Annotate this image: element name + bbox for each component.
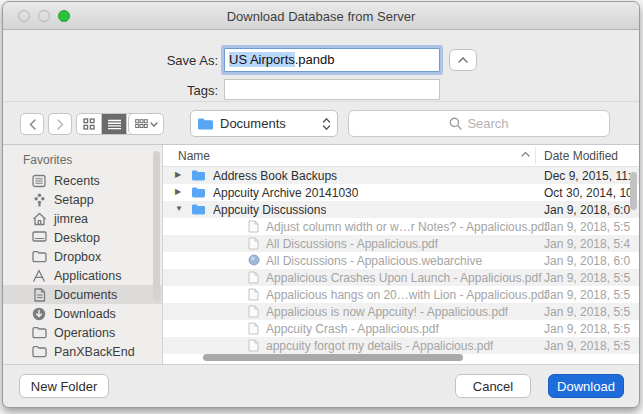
file-date-modified: Jan 9, 2018, 5:4 [544, 237, 636, 251]
sidebar-item-downloads[interactable]: Downloads [3, 304, 162, 323]
file-row[interactable]: appcuity forgot my details - Appalicious… [163, 337, 639, 354]
sidebar-item-documents[interactable]: Documents [3, 285, 162, 304]
group-options-button[interactable] [128, 113, 164, 135]
toolbar-separator [3, 101, 639, 102]
column-divider[interactable] [535, 147, 536, 164]
chevron-down-icon [150, 122, 158, 127]
sidebar-item-recents[interactable]: Recents [3, 171, 162, 190]
file-name: Appcuity Crash - Appalicious.pdf [266, 322, 439, 336]
filename-selected-text: US Airports [229, 52, 295, 67]
file-row[interactable]: Appalicious is now Appcuity! - Appalicio… [163, 303, 639, 320]
sidebar-item-applications[interactable]: Applications [3, 266, 162, 285]
documents-icon [31, 287, 47, 303]
file-row[interactable]: All Discussions - Appalicious.webarchive… [163, 252, 639, 269]
horizontal-scrollbar[interactable] [203, 354, 463, 361]
pdf-icon [248, 288, 262, 302]
cancel-button[interactable]: Cancel [455, 374, 531, 398]
file-name: All Discussions - Appalicious.webarchive [266, 254, 482, 268]
window-title: Download Database from Server [3, 9, 639, 24]
sidebar-item-dropbox[interactable]: Dropbox [3, 247, 162, 266]
folder-blue-icon [191, 169, 205, 183]
favorites-sidebar: Favorites RecentsSetappjimreaDesktopDrop… [3, 145, 163, 364]
file-name: Address Book Backups [213, 169, 337, 183]
search-placeholder: Search [467, 116, 508, 131]
folder-icon [31, 325, 47, 341]
downloads-icon [31, 306, 47, 322]
file-date-modified: Jan 9, 2018, 5:5 [544, 220, 636, 234]
sidebar-item-desktop[interactable]: Desktop [3, 228, 162, 247]
file-date-modified: Jan 9, 2018, 5:5 [544, 271, 636, 285]
sidebar-item-label: Applications [54, 269, 121, 283]
home-icon [31, 211, 47, 227]
desktop-icon [31, 230, 47, 246]
folder-icon [31, 249, 47, 265]
file-date-modified: Jan 9, 2018, 5:5 [544, 305, 636, 319]
location-popup[interactable]: Documents [190, 110, 338, 137]
download-button[interactable]: Download [548, 374, 624, 398]
pdf-icon [248, 339, 262, 353]
recents-icon [31, 173, 47, 189]
disclosure-collapsed-icon[interactable]: ▶ [175, 170, 181, 179]
pdf-icon [248, 271, 262, 285]
sidebar-item-jimrea[interactable]: jimrea [3, 209, 162, 228]
webarchive-icon [248, 254, 262, 268]
disclosure-collapsed-icon[interactable]: ▶ [175, 187, 181, 196]
tags-label: Tags: [118, 83, 218, 98]
file-name: Appalicious hangs on 20…with Lion - Appa… [266, 288, 548, 302]
file-row[interactable]: Appalicious Crashes Upon Launch - Appali… [163, 269, 639, 286]
disclosure-expanded-icon[interactable]: ▼ [175, 204, 183, 213]
chevron-right-icon [57, 119, 64, 130]
expand-dialog-button[interactable] [449, 49, 477, 71]
file-name: Appcuity Archive 20141030 [213, 186, 358, 200]
file-row[interactable]: Appcuity Crash - Appalicious.pdfJan 9, 2… [163, 320, 639, 337]
title-bar: Download Database from Server [3, 2, 639, 30]
vertical-scrollbar[interactable] [630, 172, 637, 210]
search-input[interactable]: Search [348, 110, 610, 137]
file-name: All Discussions - Appalicious.pdf [266, 237, 438, 251]
file-date-modified: Jan 9, 2018, 5:5 [544, 322, 636, 336]
file-row[interactable]: Adjust column width or w…r Notes? - Appa… [163, 218, 639, 235]
sidebar-item-panxbackend[interactable]: PanXBackEnd [3, 342, 162, 361]
folder-icon [31, 344, 47, 360]
sidebar-item-label: Dropbox [54, 250, 101, 264]
folder-blue-icon [191, 186, 205, 200]
sidebar-item-label: Documents [54, 288, 117, 302]
save-as-label: Save As: [118, 53, 218, 68]
file-row[interactable]: Appalicious hangs on 20…with Lion - Appa… [163, 286, 639, 303]
folder-blue-icon [191, 203, 205, 217]
sidebar-item-operations[interactable]: Operations [3, 323, 162, 342]
column-header-name[interactable]: Name [178, 149, 210, 163]
column-header-date-modified[interactable]: Date Modified [544, 149, 618, 163]
file-row[interactable]: ▶Appcuity Archive 20141030Oct 30, 2014, … [163, 184, 639, 201]
icon-view-button[interactable] [77, 114, 102, 134]
sidebar-item-setapp[interactable]: Setapp [3, 190, 162, 209]
favorites-section-title: Favorites [23, 153, 162, 167]
sidebar-scrollbar[interactable] [153, 151, 160, 301]
icon-view-icon [83, 118, 95, 130]
file-name: Appalicious is now Appcuity! - Appalicio… [266, 305, 508, 319]
list-view-button[interactable] [102, 114, 127, 134]
new-folder-button[interactable]: New Folder [19, 374, 109, 398]
pdf-icon [248, 237, 262, 251]
file-row[interactable]: ▼Appcuity DiscussionsJan 9, 2018, 6:0 [163, 201, 639, 218]
sidebar-item-label: Recents [54, 174, 100, 188]
file-date-modified: Jan 9, 2018, 6:0 [544, 203, 636, 217]
file-row[interactable]: All Discussions - Appalicious.pdfJan 9, … [163, 235, 639, 252]
file-row[interactable]: ▶Address Book BackupsDec 9, 2015, 11: [163, 167, 639, 184]
file-list-header: Name Date Modified [163, 145, 639, 167]
file-name: Appcuity Discussions [213, 203, 326, 217]
filename-input[interactable]: US Airports.pandb [224, 48, 440, 72]
setapp-icon [31, 192, 47, 208]
tags-input[interactable] [224, 79, 440, 100]
popup-chevrons-icon [322, 117, 331, 131]
back-button[interactable] [20, 113, 44, 135]
file-list: Name Date Modified ▶Address Book Backups… [163, 145, 639, 364]
sidebar-item-label: Setapp [54, 193, 94, 207]
location-popup-label: Documents [220, 116, 316, 131]
filename-extension-text: .pandb [295, 52, 335, 67]
sidebar-item-label: Downloads [54, 307, 116, 321]
forward-button[interactable] [48, 113, 72, 135]
chevron-left-icon [29, 119, 36, 130]
file-name: Adjust column width or w…r Notes? - Appa… [266, 220, 547, 234]
file-date-modified: Jan 9, 2018, 6:0 [544, 254, 636, 268]
